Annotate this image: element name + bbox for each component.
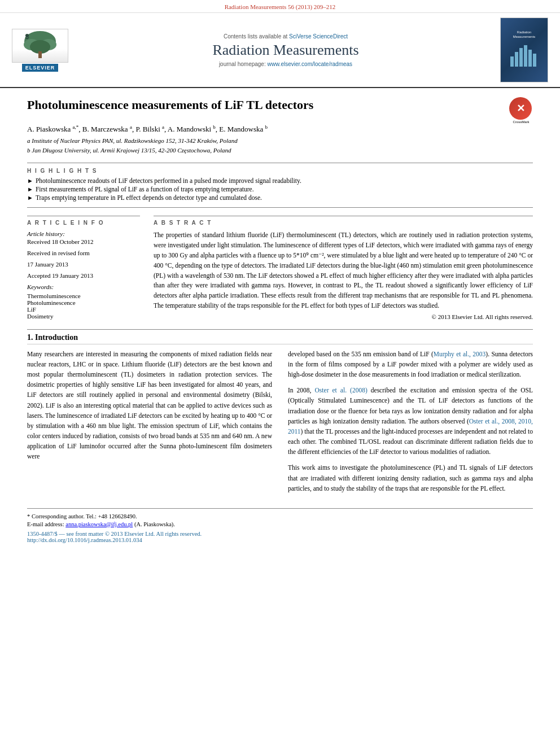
abstract-col: A B S T R A C T The properties of standa… <box>154 216 533 320</box>
svg-point-5 <box>25 34 29 37</box>
author-sup-a: a,* <box>73 124 79 130</box>
authors-line: A. Piaskowska a,*, B. Marczewska a, P. B… <box>27 124 533 134</box>
highlight-text-3: Traps emptying temperature in PL effect … <box>36 194 262 201</box>
intro-title: 1. Introduction <box>27 333 533 344</box>
ref-murphy[interactable]: Murphy et al., 2003 <box>434 351 486 357</box>
journal-header-right: RadiationMeasurements <box>500 18 551 82</box>
abstract-text: The properties of standard lithium fluor… <box>154 230 533 311</box>
cover-chart-svg <box>508 40 541 68</box>
section-separator <box>27 329 533 330</box>
sciverse-link[interactable]: SciVerse ScienceDirect <box>289 33 348 40</box>
article-title-section: Photoluminescence measurements of LiF TL… <box>27 97 533 121</box>
intro-right-col: developed based on the 535 nm emission b… <box>288 349 533 499</box>
footer-section: * Corresponding author. Tel.: +48 126628… <box>27 508 533 543</box>
received-date: Received 18 October 2012 <box>27 238 140 245</box>
elsevier-logo: ELSEVIER <box>9 29 71 72</box>
intro-number: 1. <box>27 333 33 342</box>
revised-date: 17 January 2013 <box>27 261 140 268</box>
author-sup-b: b <box>213 124 216 130</box>
article-info-header: A R T I C L E I N F O <box>27 220 140 226</box>
keyword-1: Thermoluminescence <box>27 292 140 299</box>
email-label: E-mail address: <box>27 521 65 527</box>
svg-rect-10 <box>528 50 532 67</box>
highlight-item-2: ► First measurements of PL signal of LiF… <box>27 186 533 193</box>
footer-links: 1350-4487/$ — see front matter © 2013 El… <box>27 531 533 543</box>
affiliation-b: b Jan Długosz University, ul. Armii Kraj… <box>27 146 533 155</box>
journal-homepage: journal homepage: www.elsevier.com/locat… <box>77 61 495 67</box>
journal-header-center: Contents lists available at SciVerse Sci… <box>77 33 495 67</box>
crossmark-circle: ✕ <box>509 97 532 120</box>
crossmark-badge: ✕ CrossMark <box>509 97 533 121</box>
elsevier-logo-image <box>12 29 68 63</box>
article-title: Photoluminescence measurements of LiF TL… <box>27 97 504 113</box>
svg-rect-6 <box>510 56 514 67</box>
footnote-email-line: E-mail address: anna.piaskowska@ifj.edu.… <box>27 521 533 527</box>
revised-label: Received in revised form <box>27 250 140 256</box>
keywords-label: Keywords: <box>27 283 140 290</box>
highlight-text-2: First measurements of PL signal of LiF a… <box>36 186 254 193</box>
highlights-label: H I G H L I G H T S <box>27 168 533 174</box>
intro-para-3: In 2008, Oster et al. (2008) described t… <box>288 385 533 457</box>
keyword-4: Dosimetry <box>27 313 140 320</box>
journal-header-left: ELSEVIER <box>9 29 71 72</box>
keywords-section: Keywords: Thermoluminescence Photolumine… <box>27 283 140 320</box>
copyright-line: © 2013 Elsevier Ltd. All rights reserved… <box>154 313 533 320</box>
author-sup-a3: a <box>162 124 164 130</box>
journal-title: Radiation Measurements <box>77 42 495 59</box>
page: Radiation Measurements 56 (2013) 209–212 <box>0 0 560 747</box>
main-content: Photoluminescence measurements of LiF TL… <box>0 88 560 552</box>
article-info-col: A R T I C L E I N F O Article history: R… <box>27 216 140 320</box>
svg-rect-4 <box>38 51 42 58</box>
svg-rect-11 <box>533 54 536 67</box>
svg-rect-8 <box>519 48 523 67</box>
doi-link[interactable]: http://dx.doi.org/10.1016/j.radmeas.2013… <box>27 537 142 543</box>
highlight-arrow-2: ► <box>27 186 33 193</box>
top-bar: Radiation Measurements 56 (2013) 209–212 <box>0 0 560 13</box>
intro-para-1: Many researchers are interested in measu… <box>27 349 272 462</box>
keyword-3: LiF <box>27 306 140 313</box>
elsevier-tree-svg <box>15 30 65 61</box>
highlight-arrow-1: ► <box>27 177 33 184</box>
elsevier-brand-label: ELSEVIER <box>22 64 59 72</box>
intro-para-2-text: developed based on the 535 nm emission b… <box>288 351 434 357</box>
journal-cover-image: RadiationMeasurements <box>500 18 548 82</box>
abstract-header: A B S T R A C T <box>154 220 533 226</box>
intro-left-col: Many researchers are interested in measu… <box>27 349 272 499</box>
intro-two-col: Many researchers are interested in measu… <box>27 349 533 499</box>
history-label: Article history: <box>27 230 140 237</box>
highlight-text-1: Photoluminescence readouts of LiF detect… <box>36 177 301 184</box>
intro-para-3-end: ) that the TL processes and the light-in… <box>288 428 533 455</box>
homepage-label: journal homepage: <box>219 61 268 67</box>
svg-rect-9 <box>524 45 527 67</box>
author-sup-a2: a <box>130 124 132 130</box>
email-link[interactable]: anna.piaskowska@ifj.edu.pl <box>65 521 133 527</box>
highlight-arrow-3: ► <box>27 194 33 201</box>
ref-oster2008[interactable]: Oster et al. (2008) <box>315 387 368 394</box>
svg-rect-7 <box>515 52 518 67</box>
email-suffix: (A. Piaskowska). <box>133 521 175 527</box>
author-sup-b2: b <box>265 124 268 130</box>
affiliations: a Institute of Nuclear Physics PAN, ul. … <box>27 136 533 155</box>
article-info-abstract: A R T I C L E I N F O Article history: R… <box>27 216 533 320</box>
highlight-item-3: ► Traps emptying temperature in PL effec… <box>27 194 533 201</box>
issn-line: 1350-4487/$ — see front matter © 2013 El… <box>27 531 533 537</box>
intro-para-2: developed based on the 535 nm emission b… <box>288 349 533 379</box>
highlights-section: H I G H L I G H T S ► Photoluminescence … <box>27 163 533 208</box>
intro-para-4: This work aims to investigate the photol… <box>288 462 533 493</box>
highlight-item-1: ► Photoluminescence readouts of LiF dete… <box>27 177 533 184</box>
affiliation-a: a Institute of Nuclear Physics PAN, ul. … <box>27 136 533 146</box>
footnote-star-line: * Corresponding author. Tel.: +48 126628… <box>27 513 533 519</box>
journal-cover-text: RadiationMeasurements <box>506 29 542 70</box>
homepage-url[interactable]: www.elsevier.com/locate/radmeas <box>268 61 353 67</box>
sciverse-prefix: Contents lists available at <box>224 33 289 40</box>
keyword-2: Photoluminescence <box>27 299 140 306</box>
sciverse-line: Contents lists available at SciVerse Sci… <box>77 33 495 40</box>
intro-para-3-text: In 2008, <box>288 387 315 394</box>
crossmark-label: CrossMark <box>509 120 533 124</box>
accepted-date: Accepted 19 January 2013 <box>27 272 140 279</box>
journal-citation: Radiation Measurements 56 (2013) 209–212 <box>225 3 336 10</box>
journal-header: ELSEVIER Contents lists available at Sci… <box>0 13 560 88</box>
intro-section: 1. Introduction Many researchers are int… <box>27 333 533 499</box>
intro-title-text: Introduction <box>35 333 78 342</box>
